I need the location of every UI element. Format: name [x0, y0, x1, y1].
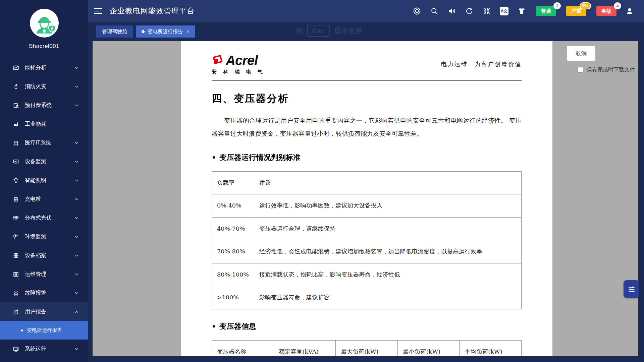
chevron-down-icon — [74, 160, 79, 164]
chevron-down-icon — [74, 141, 79, 145]
exit-fullscreen-icon[interactable] — [482, 7, 491, 15]
chevron-down-icon — [74, 253, 79, 258]
chevron-down-icon — [74, 103, 79, 108]
brand-name: Acrel — [226, 53, 258, 68]
sidebar-item-device-archive[interactable]: 设备档案 — [0, 246, 88, 265]
chevron-down-icon — [74, 178, 79, 183]
esc-keycap: Esc — [307, 25, 330, 37]
search-icon[interactable] — [430, 7, 439, 15]
header-cell: 建议 — [254, 171, 521, 194]
device-monitor-icon — [13, 159, 19, 165]
sidebar-item-industry[interactable]: 工业能耗 — [0, 115, 88, 133]
report-paragraph: 变压器的合理运行是用户安全用电的重要内容之一，它影响着供电的安全可靠性和电网运行… — [212, 114, 522, 140]
sidebar-item-fire[interactable]: 消防火灾 — [0, 77, 88, 96]
ops-manage-icon — [13, 271, 19, 278]
alarm-accident-count-badge: 4 — [614, 2, 621, 9]
download-checkbox[interactable] — [578, 67, 583, 73]
alarm-severe-button[interactable]: 严重 99+ — [566, 6, 586, 16]
alarm-normal-button[interactable]: 普通 3 — [536, 6, 556, 16]
volume-icon[interactable] — [447, 7, 456, 15]
report-settings-fab[interactable] — [624, 280, 639, 298]
translate-icon[interactable]: A文 — [500, 7, 508, 15]
user-icon[interactable] — [625, 7, 634, 15]
load-rate-table: 负载率 建议 0%-40% 运行效率低，影响功率因数，建议加大设备投入 40%-… — [212, 171, 522, 309]
download-option[interactable]: 保存完成时下载文件 — [578, 66, 635, 73]
sidebar-item-energy-analysis[interactable]: 能耗分析 — [0, 58, 88, 77]
device-archive-icon — [13, 252, 19, 259]
bullet-glyph: • — [212, 322, 216, 330]
sidebar-item-device-monitor[interactable]: 设备监测 — [0, 152, 88, 171]
sidebar-item-medical-it[interactable]: 医疗IT系统 — [0, 133, 88, 152]
sidebar-item-label: 运维管理 — [25, 271, 46, 278]
energy-analysis-icon — [13, 65, 19, 71]
table-header-row: 负载率 建议 — [212, 171, 522, 194]
sidebar-item-label: 工业能耗 — [25, 121, 46, 128]
chevron-down-icon — [74, 197, 79, 201]
topbar-actions: A文 普通 3 严重 99+ 事故 4 — [413, 6, 634, 16]
sidebar-item-label: 设备档案 — [25, 252, 46, 259]
table-header-row: 变压器名称 额定容量(kVA) 最大负荷(kW) 最小负荷(kW) 平均负荷(k… — [212, 340, 522, 356]
sidebar-item-label: 智能照明 — [25, 177, 46, 184]
theme-shirt-icon[interactable] — [517, 7, 526, 15]
brand-block: Acrel 安 科 瑞 电 气 — [212, 53, 265, 75]
header-cell: 额定容量(kVA) — [274, 340, 336, 356]
sidebar-menu: 能耗分析 消防火灾 预付费系统 工业能耗 医疗IT系统 — [0, 58, 88, 358]
sidebar-item-label: 预付费系统 — [25, 102, 52, 109]
sidebar-item-ops-manage[interactable]: 运维管理 — [0, 265, 88, 284]
alarm-severe-label: 严重 — [571, 8, 581, 14]
sidebar-item-env-monitor[interactable]: 环境监测 — [0, 227, 88, 246]
cancel-button[interactable]: 取消 — [567, 46, 595, 61]
sidebar-item-label: 故障报警 — [25, 290, 46, 297]
criteria-section-title: • 变压器运行情况判别标准 — [212, 153, 522, 163]
sidebar-item-system-run[interactable]: 系统运行 — [0, 340, 88, 358]
alarm-normal-label: 普通 — [541, 8, 551, 14]
chevron-up-icon — [74, 310, 79, 314]
table-row: 40%-70% 变压器运行合理，请继续保持 — [212, 217, 522, 240]
sidebar-item-label: 医疗IT系统 — [25, 139, 51, 146]
report-viewer: Acrel 安 科 瑞 电 气 电力运维 为客户创造价值 四、变压器分析 变压器… — [93, 41, 638, 356]
alarm-accident-button[interactable]: 事故 4 — [596, 6, 616, 16]
header-rule — [212, 80, 522, 81]
acrel-logo-icon — [212, 55, 224, 67]
table-row: 70%-80% 经济性低，会造成电能浪费，建议增加散热装置，适当降低电流密度，以… — [212, 240, 522, 263]
report-section-heading: 四、变压器分析 — [212, 92, 522, 106]
refresh-icon[interactable] — [465, 7, 474, 15]
alarm-severe-count-badge: 99+ — [580, 2, 591, 9]
helm-icon[interactable] — [413, 7, 421, 15]
sidebar-item-fault-alarm[interactable]: 故障报警 — [0, 284, 88, 302]
sidebar-item-label: 能耗分析 — [25, 64, 46, 71]
content-area: Acrel 安 科 瑞 电 气 电力运维 为客户创造价值 四、变压器分析 变压器… — [88, 41, 644, 362]
sidebar-item-lighting[interactable]: 智能照明 — [0, 171, 88, 190]
alarm-normal-count-badge: 3 — [553, 2, 561, 9]
hospital-icon — [13, 140, 19, 146]
sidebar-item-user-report[interactable]: 用户报告 — [0, 302, 88, 321]
tab-dashboard[interactable]: 管理驾驶舱 — [96, 25, 133, 38]
header-cell: 平均负荷(kW) — [460, 340, 522, 356]
fullscreen-toast: 按 Esc 退出全屏 — [296, 25, 362, 37]
tab-substation-report[interactable]: 变电所运行报告 × — [136, 25, 195, 38]
fault-alarm-icon — [13, 290, 19, 296]
charging-pile-icon — [13, 196, 19, 202]
user-report-icon — [13, 309, 19, 315]
toast-suffix: 退出全屏 — [334, 26, 362, 36]
sidebar-item-charging[interactable]: 充电桩 — [0, 190, 88, 208]
sidebar-item-solar[interactable]: 分布式光伏 — [0, 208, 88, 227]
sidebar-item-label: 设备监测 — [25, 158, 46, 165]
header-cell: 负载率 — [212, 171, 254, 194]
avatar[interactable] — [30, 9, 59, 38]
active-dot — [142, 30, 145, 33]
sidebar-item-prepaid[interactable]: 预付费系统 — [0, 96, 88, 115]
prepaid-card-icon — [13, 102, 19, 109]
menu-fold-icon[interactable] — [94, 8, 102, 14]
chevron-down-icon — [74, 84, 79, 89]
table-row: >100% 影响变压器寿命，建议扩容 — [212, 286, 522, 309]
table-row: 80%-100% 接近满载状态，损耗比高，影响变压器寿命，经济性低 — [212, 263, 522, 286]
header-cell: 最小负荷(kW) — [397, 340, 460, 356]
chevron-down-icon — [74, 66, 79, 70]
light-bulb-icon — [13, 177, 19, 184]
sidebar-subitem-substation-report[interactable]: 变电所运行报告 — [0, 321, 88, 340]
sidebar-item-label: 系统运行 — [25, 346, 46, 353]
toast-prefix: 按 — [296, 26, 303, 36]
close-icon[interactable]: × — [186, 29, 189, 34]
solar-panel-icon — [13, 215, 19, 221]
